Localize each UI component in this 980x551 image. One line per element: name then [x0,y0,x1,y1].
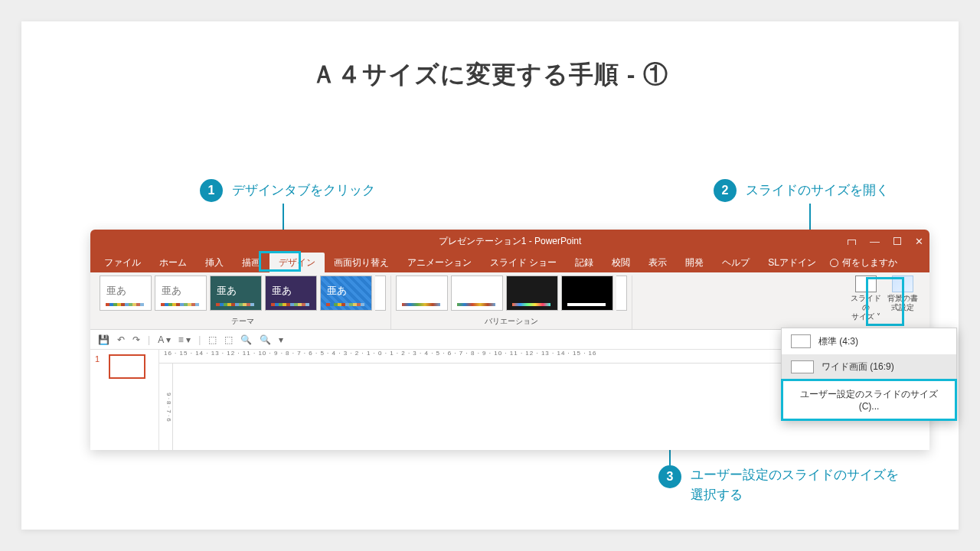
tab-slideshow[interactable]: スライド ショー [481,253,566,272]
tab-animations[interactable]: アニメーション [398,253,481,272]
format-background-icon [892,276,913,292]
variant-thumbnails [396,276,627,311]
annotation-2: 2 スライドのサイズを開く [714,179,889,202]
variant-thumb[interactable] [506,276,558,311]
tab-file[interactable]: ファイル [95,253,150,272]
step-badge-3: 3 [658,465,681,488]
variants-group: バリエーション [391,276,632,329]
step-badge-1: 1 [200,179,223,202]
slide-thumbnail-1[interactable] [109,354,145,379]
variants-group-label: バリエーション [485,316,538,327]
tell-me-label: 何をしますか [842,256,897,269]
redo-icon[interactable]: ↷ [132,334,140,345]
ribbon-display-icon[interactable] [848,236,856,247]
step-text-1: デザインタブをクリック [232,181,375,201]
slide-thumbnail-pane[interactable]: 1 [90,350,159,450]
qat-tool[interactable]: A ▾ [158,334,171,345]
slide-size-icon [855,276,877,292]
tab-insert[interactable]: 挿入 [196,253,233,272]
customize-group: スライドの サイズ ˅ 背景の書 式設定 [844,276,925,329]
slide-size-button[interactable]: スライドの サイズ ˅ [848,276,884,321]
tab-sladdin[interactable]: SLアドイン [759,253,825,272]
variant-thumb[interactable] [561,276,613,311]
tab-transitions[interactable]: 画面切り替え [325,253,398,272]
title-bar: プレゼンテーション1 - PowerPoint — ✕ [90,230,929,253]
instruction-slide: Ａ４サイズに変更する手順 - ① 1 デザインタブをクリック 2 スライドのサイ… [21,21,959,530]
tab-developer[interactable]: 開発 [676,253,713,272]
theme-thumb[interactable]: 亜あ [265,276,317,311]
step-text-3: ユーザー設定のスライドのサイズを 選択する [691,465,899,504]
slide-number: 1 [95,354,100,364]
zoom-in-icon[interactable]: 🔍 [240,334,252,345]
ribbon-tabs: ファイル ホーム 挿入 描画 デザイン 画面切り替え アニメーション スライド … [90,253,929,272]
tab-draw[interactable]: 描画 [233,253,270,272]
step-badge-2: 2 [714,179,737,202]
undo-icon[interactable]: ↶ [117,334,125,345]
qat-tool[interactable]: ⬚ [224,334,233,345]
variant-thumb[interactable] [451,276,503,311]
tab-view[interactable]: 表示 [639,253,676,272]
lightbulb-icon [830,259,838,267]
themes-more[interactable] [375,276,386,311]
variant-thumb[interactable] [396,276,448,311]
dropdown-standard-label: 標準 (4:3) [818,335,858,348]
tab-design[interactable]: デザイン [270,253,325,272]
window-controls: — ✕ [848,236,923,247]
tab-review[interactable]: 校閲 [603,253,639,272]
close-button[interactable]: ✕ [915,236,923,247]
step-text-2: スライドのサイズを開く [746,181,889,201]
slide-size-dropdown: 標準 (4:3) ワイド画面 (16:9) ユーザー設定のスライドのサイズ(C)… [781,328,957,421]
qat-tool[interactable]: ⬚ [208,334,217,345]
tell-me-search[interactable]: 何をしますか [830,253,897,272]
minimize-button[interactable]: — [870,236,880,247]
format-background-button[interactable]: 背景の書 式設定 [885,276,920,321]
aspect-43-icon [791,334,811,348]
aspect-169-icon [791,360,814,373]
dropdown-wide-169[interactable]: ワイド画面 (16:9) [782,354,956,380]
save-icon[interactable]: 💾 [98,334,109,345]
zoom-out-icon[interactable]: 🔍 [260,334,271,345]
format-background-label: 背景の書 式設定 [887,294,918,312]
annotation-3: 3 ユーザー設定のスライドのサイズを 選択する [658,465,899,504]
tab-record[interactable]: 記録 [566,253,603,272]
qat-more[interactable]: ▾ [279,334,283,345]
qat-sep: | [198,334,201,345]
dropdown-wide-label: ワイド画面 (16:9) [822,360,894,373]
dropdown-custom-label: ユーザー設定のスライドのサイズ(C)... [800,389,938,412]
tab-home[interactable]: ホーム [150,253,196,272]
theme-thumbnails: 亜あ 亜あ 亜あ 亜あ 亜あ [100,276,386,311]
maximize-button[interactable] [893,236,901,247]
variants-more[interactable] [616,276,627,311]
themes-group-label: テーマ [231,316,254,327]
theme-thumb[interactable]: 亜あ [155,276,207,311]
annotation-1: 1 デザインタブをクリック [200,179,375,202]
qat-tool[interactable]: ≡ ▾ [178,334,191,345]
slide-size-label: スライドの サイズ ˅ [848,294,884,321]
page-title: Ａ４サイズに変更する手順 - ① [21,58,959,92]
window-title: プレゼンテーション1 - PowerPoint [439,235,582,248]
theme-thumb[interactable]: 亜あ [320,276,372,311]
ribbon-content: 亜あ 亜あ 亜あ 亜あ 亜あ テーマ バリエーション [90,272,929,330]
themes-group: 亜あ 亜あ 亜あ 亜あ 亜あ テーマ [95,276,391,329]
tab-help[interactable]: ヘルプ [713,253,759,272]
theme-thumb[interactable]: 亜あ [210,276,262,311]
theme-thumb[interactable]: 亜あ [100,276,152,311]
dropdown-standard-43[interactable]: 標準 (4:3) [782,328,956,354]
dropdown-custom-size[interactable]: ユーザー設定のスライドのサイズ(C)... [781,379,957,421]
vertical-ruler: 9 · 8 · 7 · 6 [159,364,173,450]
qat-sep: | [148,334,150,345]
